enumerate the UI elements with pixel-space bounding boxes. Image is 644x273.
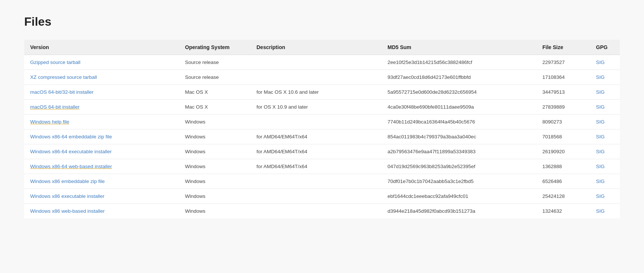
os-cell: Source release (179, 70, 251, 85)
page-container: Files Version Operating System Descripti… (9, 0, 635, 233)
table-row: Windows x86 web-based installerWindowsd3… (24, 204, 620, 219)
sig-link[interactable]: SIG (596, 89, 605, 95)
sig-link[interactable]: SIG (596, 134, 605, 139)
sig-link[interactable]: SIG (596, 60, 605, 65)
sig-link[interactable]: SIG (596, 208, 605, 214)
os-cell: Windows (179, 189, 251, 204)
description-cell (251, 115, 382, 129)
sig-link[interactable]: SIG (596, 149, 605, 154)
os-cell: Windows (179, 204, 251, 219)
description-cell: for OS X 10.9 and later (251, 100, 382, 115)
table-row: XZ compressed source tarballSource relea… (24, 70, 620, 85)
description-cell: for AMD64/EM64T/x64 (251, 144, 382, 159)
description-cell (251, 55, 382, 70)
sig-link[interactable]: SIG (596, 119, 605, 125)
os-cell: Source release (179, 55, 251, 70)
header-version: Version (24, 40, 179, 55)
table-header: Version Operating System Description MD5… (24, 40, 620, 55)
md5-cell: 047d19d2569c963b8253a9b2e52395ef (382, 159, 536, 174)
version-link[interactable]: macOS 64-bit/32-bit installer (30, 89, 93, 95)
table-row: Windows x86-64 executable installerWindo… (24, 144, 620, 159)
size-cell: 17108364 (536, 70, 590, 85)
version-link[interactable]: Windows x86-64 web-based installer (30, 164, 112, 169)
md5-cell: 854ac011983b4c799379a3baa3a040ec (382, 129, 536, 144)
size-cell: 1362888 (536, 159, 590, 174)
md5-cell: 5a95572715e0d600de28d6232c656954 (382, 85, 536, 100)
header-size: File Size (536, 40, 590, 55)
size-cell: 26190920 (536, 144, 590, 159)
version-link[interactable]: Gzipped source tarball (30, 60, 80, 65)
md5-cell: a2b79563476e9aa47f11899a53349383 (382, 144, 536, 159)
size-cell: 27839889 (536, 100, 590, 115)
sig-link[interactable]: SIG (596, 193, 605, 199)
header-description: Description (251, 40, 382, 55)
sig-link[interactable]: SIG (596, 179, 605, 184)
os-cell: Windows (179, 144, 251, 159)
version-link[interactable]: Windows x86 embeddable zip file (30, 179, 105, 184)
md5-cell: d3944e218a45d982f0abcd93b151273a (382, 204, 536, 219)
os-cell: Windows (179, 115, 251, 129)
table-body: Gzipped source tarballSource release2ee1… (24, 55, 620, 219)
description-cell (251, 174, 382, 189)
os-cell: Windows (179, 159, 251, 174)
version-link[interactable]: Windows x86-64 embeddable zip file (30, 134, 112, 139)
header-os: Operating System (179, 40, 251, 55)
size-cell: 1324632 (536, 204, 590, 219)
md5-cell: 70df01e7b0c1b7042aabb5a3c1e2fbd5 (382, 174, 536, 189)
description-cell (251, 189, 382, 204)
os-cell: Mac OS X (179, 85, 251, 100)
table-row: Windows x86 executable installerWindowse… (24, 189, 620, 204)
table-row: Gzipped source tarballSource release2ee1… (24, 55, 620, 70)
header-gpg: GPG (590, 40, 620, 55)
header-md5: MD5 Sum (382, 40, 536, 55)
table-row: Windows help fileWindows7740b11d249bca16… (24, 115, 620, 129)
description-cell: for AMD64/EM64T/x64 (251, 159, 382, 174)
table-row: Windows x86-64 web-based installerWindow… (24, 159, 620, 174)
version-link[interactable]: Windows x86-64 executable installer (30, 149, 112, 154)
version-link[interactable]: macOS 64-bit installer (30, 104, 80, 110)
version-link[interactable]: Windows x86 web-based installer (30, 208, 105, 214)
sig-link[interactable]: SIG (596, 164, 605, 169)
md5-cell: 93df27aec0cd18d6d42173e601ffbbfd (382, 70, 536, 85)
description-cell (251, 70, 382, 85)
sig-link[interactable]: SIG (596, 104, 605, 110)
description-cell: for AMD64/EM64T/x64 (251, 129, 382, 144)
os-cell: Mac OS X (179, 100, 251, 115)
version-link[interactable]: XZ compressed source tarball (30, 74, 97, 80)
version-link[interactable]: Windows x86 executable installer (30, 193, 105, 199)
page-title: Files (24, 15, 620, 29)
md5-cell: 2ee10f25e3d1b14215d56c3882486fcf (382, 55, 536, 70)
size-cell: 22973527 (536, 55, 590, 70)
version-link[interactable]: Windows help file (30, 119, 69, 125)
md5-cell: 7740b11d249bca16364f4a45b40c5676 (382, 115, 536, 129)
os-cell: Windows (179, 174, 251, 189)
size-cell: 8090273 (536, 115, 590, 129)
table-row: macOS 64-bit installerMac OS Xfor OS X 1… (24, 100, 620, 115)
files-table: Version Operating System Description MD5… (24, 40, 620, 218)
size-cell: 34479513 (536, 85, 590, 100)
sig-link[interactable]: SIG (596, 74, 605, 80)
description-cell: for Mac OS X 10.6 and later (251, 85, 382, 100)
md5-cell: 4ca0e30f48be690bfe80111daee9509a (382, 100, 536, 115)
size-cell: 25424128 (536, 189, 590, 204)
table-row: Windows x86 embeddable zip fileWindows70… (24, 174, 620, 189)
table-row: macOS 64-bit/32-bit installerMac OS Xfor… (24, 85, 620, 100)
md5-cell: ebf1644cdc1eeebacc92afa949cfc01 (382, 189, 536, 204)
size-cell: 6526486 (536, 174, 590, 189)
os-cell: Windows (179, 129, 251, 144)
table-row: Windows x86-64 embeddable zip fileWindow… (24, 129, 620, 144)
description-cell (251, 204, 382, 219)
size-cell: 7018568 (536, 129, 590, 144)
header-row: Version Operating System Description MD5… (24, 40, 620, 55)
